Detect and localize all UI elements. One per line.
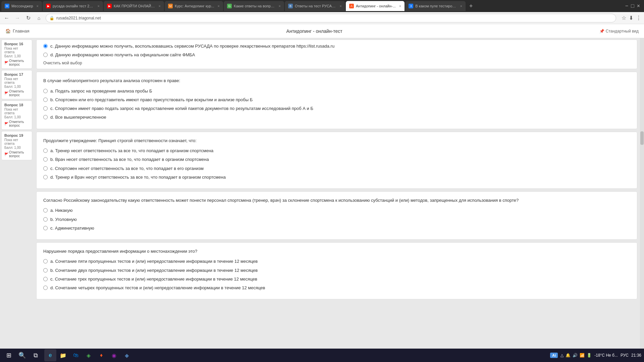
- task-view-icon: ⧉: [34, 352, 38, 359]
- q18-status: Пока нет ответа: [4, 108, 29, 115]
- download-button[interactable]: ⬇: [629, 15, 633, 21]
- nav-right-actions: ☆ ⬇ ⋮: [622, 15, 641, 21]
- q19-option-b: b. Сочетание двух пропущенных тестов и (…: [43, 267, 630, 274]
- ai-badge[interactable]: Ai: [550, 353, 558, 358]
- home-button[interactable]: ⌂: [35, 14, 43, 22]
- tab-3-close[interactable]: ×: [159, 4, 161, 8]
- network-icon[interactable]: 📶: [580, 353, 585, 358]
- q16-flag-button[interactable]: 🚩 Отметить вопрос: [4, 59, 29, 66]
- tab-4-favicon: M: [168, 4, 173, 8]
- refresh-button[interactable]: ↻: [24, 14, 32, 22]
- q19-option-d-text: d. Сочетание четырех пропущенных тестов …: [50, 285, 265, 291]
- new-tab-button[interactable]: +: [466, 1, 476, 11]
- q16-option-b-radio[interactable]: [43, 98, 48, 102]
- forward-button[interactable]: →: [13, 14, 21, 22]
- q17-option-b-radio[interactable]: [43, 157, 48, 162]
- clear-selection-button[interactable]: Очистить мой выбор: [43, 61, 630, 65]
- tab-5-close[interactable]: ×: [279, 4, 281, 8]
- maximize-button[interactable]: □: [631, 3, 634, 9]
- tab-6-close[interactable]: ×: [340, 4, 342, 8]
- q16-option-a-radio[interactable]: [43, 89, 48, 93]
- question-18-text: Согласно Российскому законодательству ка…: [43, 197, 630, 204]
- tab-1[interactable]: M Мессенджер ×: [1, 1, 42, 11]
- back-button[interactable]: ←: [3, 14, 11, 22]
- sidebar-item-q16[interactable]: Вопрос 16 Пока нет ответа Балл: 1,00 🚩 О…: [1, 40, 32, 69]
- q18-option-b-radio[interactable]: [43, 217, 48, 222]
- partial-option-c-text: с. Данную информацию можно получить, вос…: [50, 43, 334, 49]
- q18-option-a-radio[interactable]: [43, 208, 48, 213]
- tab-2-close[interactable]: ×: [98, 4, 100, 8]
- app6-icon: ◉: [112, 352, 116, 359]
- taskbar-right: Ai △ 🔔 🔊 📶 🔋 -18°C Не б... РУС 21:36: [550, 353, 641, 358]
- search-icon: 🔍: [18, 352, 26, 359]
- home-link[interactable]: 🏠 Главная: [5, 28, 29, 34]
- partial-option-d-radio[interactable]: [43, 53, 48, 57]
- taskbar-explorer[interactable]: 📁: [57, 349, 69, 361]
- taskbar-app5[interactable]: ♦: [95, 349, 107, 361]
- tab-7[interactable]: A Антидопинг - онлайн-... ×: [346, 1, 405, 11]
- q17-option-d-radio[interactable]: [43, 175, 48, 179]
- tab-4-label: Курс: Антидопинг кур...: [175, 4, 214, 8]
- q19-option-c: с. Сочетание трех пропущенных тестов и (…: [43, 276, 630, 282]
- q19-option-a: а. Сочетание пяти пропущенных тестов и (…: [43, 258, 630, 264]
- q19-option-b-text: b. Сочетание двух пропущенных тестов и (…: [50, 267, 258, 274]
- tab-3[interactable]: ▶ КАК ПРОЙТИ ОНЛАЙН Т... ×: [104, 1, 164, 11]
- taskbar-app6[interactable]: ◉: [108, 349, 120, 361]
- q19-option-c-radio[interactable]: [43, 277, 48, 281]
- scrollbar[interactable]: [640, 38, 644, 349]
- close-button[interactable]: ×: [637, 3, 640, 9]
- q19-option-a-radio[interactable]: [43, 259, 48, 263]
- q19-option-d-radio[interactable]: [43, 286, 48, 290]
- security-icon: 🔒: [49, 16, 54, 20]
- sidebar-item-q18[interactable]: Вопрос 18 Пока нет ответа Балл: 1,00 🚩 О…: [1, 101, 32, 130]
- taskbar-edge[interactable]: e: [44, 349, 56, 361]
- app7-icon: ◆: [125, 352, 129, 359]
- scroll-thumb[interactable]: [640, 131, 644, 145]
- standard-view-toggle[interactable]: 📌 Стандартный вид: [599, 29, 639, 34]
- q16-option-d-radio[interactable]: [43, 115, 48, 119]
- partial-option-c-radio[interactable]: [43, 44, 48, 48]
- minimize-button[interactable]: −: [625, 3, 628, 9]
- q17-option-b-text: b. Врач несет ответственность за все то,…: [50, 157, 209, 163]
- menu-button[interactable]: ⋮: [636, 15, 641, 21]
- taskbar-app4[interactable]: ◈: [83, 349, 95, 361]
- q19-option-d: d. Сочетание четырех пропущенных тестов …: [43, 285, 630, 291]
- q17-option-a-radio[interactable]: [43, 148, 48, 153]
- app4-icon: ◈: [87, 352, 91, 359]
- q19-option-b-radio[interactable]: [43, 268, 48, 273]
- tab-2[interactable]: ▶ русада онлайн тест 2022 ×: [43, 1, 103, 11]
- tab-6[interactable]: В Ответы на тест РУСАДА 2 ×: [285, 1, 345, 11]
- notification-icon[interactable]: 🔔: [566, 353, 571, 358]
- tab-4-close[interactable]: ×: [218, 4, 220, 8]
- q17-option-c-radio[interactable]: [43, 166, 48, 171]
- q16-option-d-text: d. Все вышеперечисленное: [50, 114, 106, 120]
- search-button[interactable]: 🔍: [16, 349, 28, 361]
- address-bar[interactable]: 🔒 rusada2021.triagonal.net: [46, 14, 616, 22]
- sidebar-item-q17[interactable]: Вопрос 17 Пока нет ответа Балл: 1,00 🚩 О…: [1, 70, 32, 99]
- tab-8-close[interactable]: ×: [460, 4, 462, 8]
- q17-option-d-text: d. Тренер и Врач несут ответственость за…: [50, 174, 226, 180]
- start-button[interactable]: ⊞: [3, 349, 15, 361]
- taskbar-app7[interactable]: ◆: [121, 349, 133, 361]
- speaker-icon[interactable]: 🔊: [573, 353, 578, 358]
- q18-option-c-radio[interactable]: [43, 226, 48, 230]
- browser-chrome: M Мессенджер × ▶ русада онлайн тест 2022…: [0, 0, 644, 24]
- taskbar-store[interactable]: 🛍: [70, 349, 82, 361]
- bookmark-button[interactable]: ☆: [622, 15, 626, 21]
- tab-7-close[interactable]: ×: [399, 4, 401, 8]
- sidebar-item-q19[interactable]: Вопрос 19 Пока нет ответа Балл: 1,00 🚩 О…: [1, 131, 32, 160]
- q19-flag-button[interactable]: 🚩 Отметить вопрос: [4, 150, 29, 158]
- task-view-button[interactable]: ⧉: [30, 349, 42, 361]
- tab-4[interactable]: M Курс: Антидопинг кур... ×: [165, 1, 223, 11]
- q18-option-a-text: а. Никакую: [50, 207, 72, 214]
- q16-option-c-radio[interactable]: [43, 106, 48, 111]
- q18-flag-button[interactable]: 🚩 Отметить вопрос: [4, 120, 29, 127]
- tab-5[interactable]: G Какие ответы на вопро... ×: [224, 1, 284, 11]
- page-title: Антидопинг - онлайн-тест: [29, 28, 599, 34]
- windows-icon: ⊞: [6, 352, 11, 359]
- q17-option-b: b. Врач несет ответственность за все то,…: [43, 157, 630, 163]
- tab-7-label: Антидопинг - онлайн-...: [356, 4, 396, 8]
- tab-1-close[interactable]: ×: [37, 4, 39, 8]
- tab-8[interactable]: 3 В каком пуле тестирова... ×: [405, 1, 466, 11]
- q17-flag-button[interactable]: 🚩 Отметить вопрос: [4, 89, 29, 97]
